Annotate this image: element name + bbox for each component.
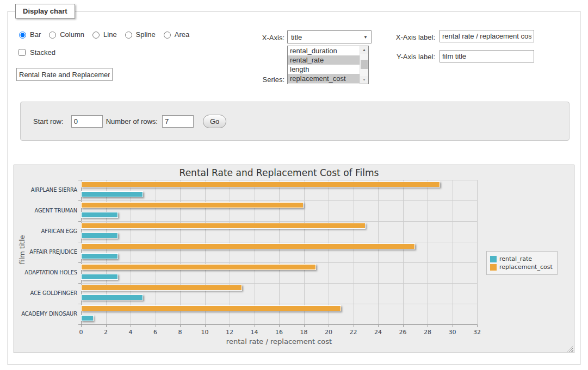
chart-type-label: Line <box>103 30 117 39</box>
gridline <box>131 180 131 324</box>
chevron-down-icon: ▼ <box>363 35 368 40</box>
num-rows-input[interactable] <box>162 115 194 128</box>
bar-replacement_cost[interactable] <box>81 264 316 270</box>
x-tick-label: 8 <box>171 329 189 336</box>
legend-item-rental_rate[interactable]: rental_rate <box>490 255 553 262</box>
bar-replacement_cost[interactable] <box>81 285 242 291</box>
bar-rental_rate[interactable] <box>81 315 94 321</box>
scrollbar-thumb[interactable] <box>361 60 368 69</box>
y-tick <box>78 283 81 284</box>
x-tick-label: 22 <box>344 329 363 336</box>
x-tick <box>81 324 82 327</box>
y-tick <box>78 200 81 201</box>
chart-type-option-area[interactable]: Area <box>161 30 189 39</box>
series-multiselect[interactable]: rental_durationrental_ratelengthreplacem… <box>287 46 369 84</box>
category-label: AFFAIR PREJUDICE <box>17 249 77 255</box>
bar-rental_rate[interactable] <box>81 294 143 300</box>
chart-title: Rental Rate and Replacement Cost of Film… <box>81 167 477 178</box>
gridline <box>81 304 477 304</box>
category-label: ACE GOLDFINGER <box>17 290 77 296</box>
x-tick-label: 12 <box>220 329 239 336</box>
x-tick <box>378 324 379 327</box>
chart-type-label: Spline <box>136 30 156 39</box>
bar-rental_rate[interactable] <box>81 253 118 259</box>
y-tick <box>78 304 81 304</box>
legend-swatch <box>490 256 497 262</box>
resize-handle-icon[interactable] <box>567 346 573 352</box>
chart-type-radio-line[interactable] <box>92 32 100 39</box>
bar-rental_rate[interactable] <box>81 212 118 218</box>
x-tick <box>279 324 280 327</box>
chart-type-label: Area <box>175 30 189 39</box>
bar-replacement_cost[interactable] <box>81 243 415 249</box>
gridline <box>279 180 280 324</box>
bar-replacement_cost[interactable] <box>81 223 366 229</box>
series-options: rental_durationrental_ratelengthreplacem… <box>288 46 360 84</box>
chart-type-radio-column[interactable] <box>49 32 56 39</box>
legend-item-replacement_cost[interactable]: replacement_cost <box>490 264 553 271</box>
x-tick <box>180 324 181 327</box>
x-tick <box>304 324 305 327</box>
series-option-rental_duration[interactable]: rental_duration <box>288 46 360 55</box>
gridline <box>230 180 230 324</box>
gridline <box>81 200 477 201</box>
legend-label: rental_rate <box>499 255 532 262</box>
x-tick-label: 16 <box>270 329 288 336</box>
x-axis-label-input[interactable] <box>440 30 534 42</box>
gridline <box>304 180 305 324</box>
chart-type-radio-spline[interactable] <box>125 32 132 39</box>
stacked-checkbox-row: Stacked <box>16 47 55 58</box>
chart-type-radio-area[interactable] <box>164 32 171 39</box>
gridline <box>329 180 329 324</box>
scroll-down-icon[interactable]: ▼ <box>360 76 368 84</box>
gridline <box>378 180 379 324</box>
chart-type-label: Column <box>60 30 84 39</box>
gridline <box>106 180 107 324</box>
go-button[interactable]: Go <box>203 115 226 128</box>
x-tick <box>477 324 478 327</box>
x-tick <box>453 324 453 327</box>
bar-rental_rate[interactable] <box>81 233 118 239</box>
start-row-input[interactable] <box>71 115 103 128</box>
stacked-checkbox[interactable] <box>18 49 26 56</box>
series-option-rental_rate[interactable]: rental_rate <box>288 55 360 65</box>
series-option-length[interactable]: length <box>288 65 360 74</box>
x-axis-select[interactable]: title ▼ <box>287 30 372 43</box>
series-option-replacement_cost[interactable]: replacement_cost <box>288 74 360 83</box>
chart-type-option-line[interactable]: Line <box>90 30 117 39</box>
chart-title-input[interactable] <box>16 68 113 81</box>
x-axis-select-label: X-Axis: <box>234 34 284 42</box>
chart-container: Rental Rate and Replacement Cost of Film… <box>14 165 574 353</box>
chart-type-option-column[interactable]: Column <box>46 30 84 39</box>
category-label: ACADEMY DINOSAUR <box>17 311 77 317</box>
y-axis-label-input[interactable] <box>440 50 534 62</box>
chart-type-option-spline[interactable]: Spline <box>122 30 156 39</box>
bar-rental_rate[interactable] <box>81 274 118 280</box>
chart-legend: rental_ratereplacement_cost <box>486 251 558 275</box>
x-tick <box>428 324 428 327</box>
x-tick <box>156 324 156 327</box>
chart-type-option-bar[interactable]: Bar <box>16 30 41 39</box>
series-scrollbar[interactable]: ▲ ▼ <box>360 46 368 84</box>
x-tick-label: 28 <box>418 329 437 336</box>
bar-replacement_cost[interactable] <box>81 181 440 187</box>
x-tick <box>106 324 107 327</box>
bar-replacement_cost[interactable] <box>81 305 341 311</box>
gridline <box>477 180 478 324</box>
category-label: AGENT TRUMAN <box>17 208 77 214</box>
gridline <box>81 242 477 242</box>
x-axis-selected-value: title <box>291 33 363 41</box>
x-tick-label: 24 <box>369 329 387 336</box>
chart-type-radio-bar[interactable] <box>19 32 26 39</box>
bar-rental_rate[interactable] <box>81 191 143 197</box>
gridline <box>81 221 477 222</box>
x-tick-label: 0 <box>72 329 90 336</box>
chart-type-radio-group: BarColumnLineSplineArea <box>16 30 193 39</box>
y-axis-label-label: Y-Axis label: <box>381 53 435 61</box>
y-tick <box>78 262 81 263</box>
x-tick <box>255 324 255 327</box>
bar-replacement_cost[interactable] <box>81 202 304 208</box>
x-tick-label: 6 <box>146 329 165 336</box>
scroll-up-icon[interactable]: ▲ <box>360 46 368 54</box>
x-tick-label: 4 <box>121 329 140 336</box>
